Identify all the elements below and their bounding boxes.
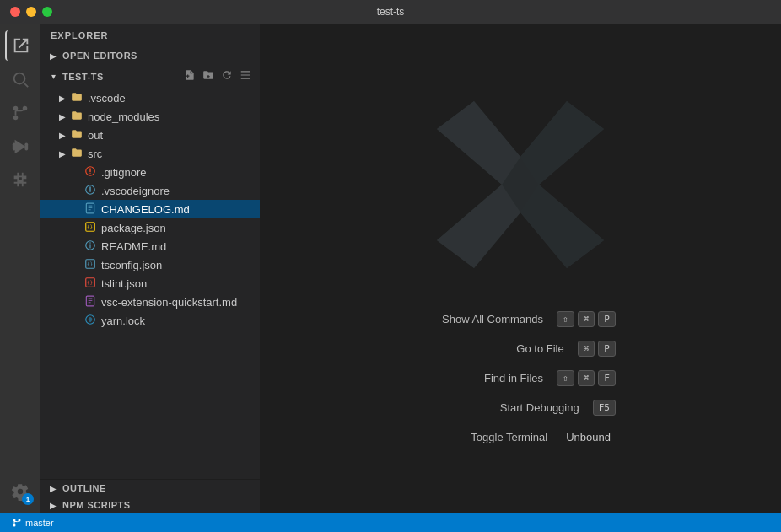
main-container: 1 Explorer ▶ Open Editors ▾ TEST-TS [0,24,781,513]
tree-item-vscode[interactable]: ▶ .vscode [40,89,260,107]
node-modules-folder-icon [69,110,84,124]
status-branch[interactable]: master [7,518,59,528]
npm-scripts-section[interactable]: ▶ NPM Scripts [40,497,260,513]
readme-icon [83,239,98,254]
svg-rect-7 [25,142,29,150]
tree-item-gitignore[interactable]: .gitignore [40,163,260,181]
svg-point-32 [13,524,16,527]
vscode-chevron: ▶ [56,94,69,103]
out-folder-icon [69,128,84,142]
key-p2: P [598,341,616,357]
new-file-button[interactable] [182,67,197,85]
test-ts-chevron: ▾ [47,72,59,81]
tsconfig-icon: {} [83,258,98,272]
source-control-activity-icon[interactable] [5,98,35,128]
key-f5: F5 [593,400,616,416]
vscode-label: .vscode [88,92,126,105]
file-tree: ▶ .vscode ▶ node_modules ▶ out [40,89,260,479]
tree-item-src[interactable]: ▶ src [40,144,260,163]
src-folder-icon [69,147,84,161]
out-chevron: ▶ [56,131,69,140]
tslint-label: tslint.json [101,277,147,290]
sidebar-header: Explorer [40,24,260,47]
gitignore-icon [83,165,98,180]
shortcuts-container: Show All Commands ⇧ ⌘ P Go to File ⌘ P F… [425,311,616,445]
key-cmd: ⌘ [578,311,595,327]
go-to-file-keys: ⌘ P [578,341,616,357]
svg-text:{}: {} [87,224,93,229]
tree-item-tslint[interactable]: {} tslint.json [40,274,260,293]
vscodeignore-label: .vscodeignore [101,185,170,197]
tree-item-readme[interactable]: README.md [40,237,260,255]
svg-text:{}: {} [87,280,93,285]
yarn-lock-label: yarn.lock [101,314,145,327]
readme-label: README.md [101,240,166,253]
tree-item-node-modules[interactable]: ▶ node_modules [40,107,260,126]
shortcut-show-all-commands: Show All Commands ⇧ ⌘ P [425,311,616,327]
svg-point-13 [89,191,90,191]
key-unbound: Unbound [561,429,616,445]
extensions-activity-icon[interactable] [5,165,35,196]
tslint-icon: {} [83,277,98,291]
minimize-button[interactable] [26,7,36,17]
vscode-logo [428,92,613,277]
key-cmd2: ⌘ [578,341,595,357]
out-label: out [88,129,103,142]
maximize-button[interactable] [42,7,52,17]
vsc-quickstart-label: vsc-extension-quickstart.md [101,296,237,309]
gitignore-label: .gitignore [101,166,146,179]
window-title: test-ts [377,6,405,18]
show-all-commands-keys: ⇧ ⌘ P [557,311,616,327]
sidebar-bottom: ▶ Outline ▶ NPM Scripts [40,479,260,513]
outline-label: Outline [62,483,106,493]
key-f: F [598,370,616,386]
open-editors-section[interactable]: ▶ Open Editors [40,47,260,64]
close-button[interactable] [10,7,20,17]
package-json-label: package.json [101,222,166,234]
search-activity-icon[interactable] [5,64,35,94]
settings-activity-icon[interactable]: 1 [5,476,35,507]
explorer-activity-icon[interactable] [5,30,35,61]
svg-point-0 [14,73,25,84]
tree-item-vscodeignore[interactable]: .vscodeignore [40,181,260,200]
go-to-file-label: Go to File [446,342,564,355]
vscodeignore-icon [83,184,98,198]
test-ts-actions [182,67,253,85]
changelog-label: CHANGELOG.md [101,203,190,216]
new-folder-button[interactable] [201,67,216,85]
tree-item-yarn-lock[interactable]: yarn.lock [40,311,260,330]
main-content: Show All Commands ⇧ ⌘ P Go to File ⌘ P F… [260,24,781,513]
outline-section[interactable]: ▶ Outline [40,480,260,497]
tsconfig-label: tsconfig.json [101,259,162,271]
node-modules-label: node_modules [88,110,159,123]
vsc-quickstart-icon [83,295,98,309]
find-in-files-keys: ⇧ ⌘ F [557,370,616,386]
test-ts-section[interactable]: ▾ TEST-TS [40,64,260,89]
yarn-lock-icon [83,314,98,328]
tree-item-tsconfig[interactable]: {} tsconfig.json [40,255,260,274]
activity-bar-bottom: 1 [5,476,35,513]
tree-item-out[interactable]: ▶ out [40,126,260,144]
src-chevron: ▶ [56,149,69,159]
start-debugging-keys: F5 [593,400,616,416]
npm-scripts-label: NPM Scripts [62,500,131,510]
status-bar: master [0,513,781,532]
tree-item-package-json[interactable]: {} package.json [40,218,260,237]
traffic-lights [10,7,52,17]
collapse-all-button[interactable] [238,67,253,85]
refresh-button[interactable] [219,67,234,85]
start-debugging-label: Start Debugging [461,401,579,414]
tree-item-changelog[interactable]: CHANGELOG.md [40,200,260,218]
svg-marker-5 [15,140,26,154]
show-all-commands-label: Show All Commands [425,313,543,325]
debug-activity-icon[interactable] [5,132,35,162]
toggle-terminal-label: Toggle Terminal [429,431,547,443]
open-editors-chevron: ▶ [47,51,59,61]
test-ts-label: TEST-TS [62,72,104,82]
svg-rect-14 [86,203,94,213]
key-shift: ⇧ [557,311,574,327]
shortcut-find-in-files: Find in Files ⇧ ⌘ F [425,370,616,386]
tree-item-vsc-quickstart[interactable]: vsc-extension-quickstart.md [40,293,260,311]
svg-rect-27 [86,296,94,306]
npm-scripts-chevron: ▶ [47,501,59,510]
